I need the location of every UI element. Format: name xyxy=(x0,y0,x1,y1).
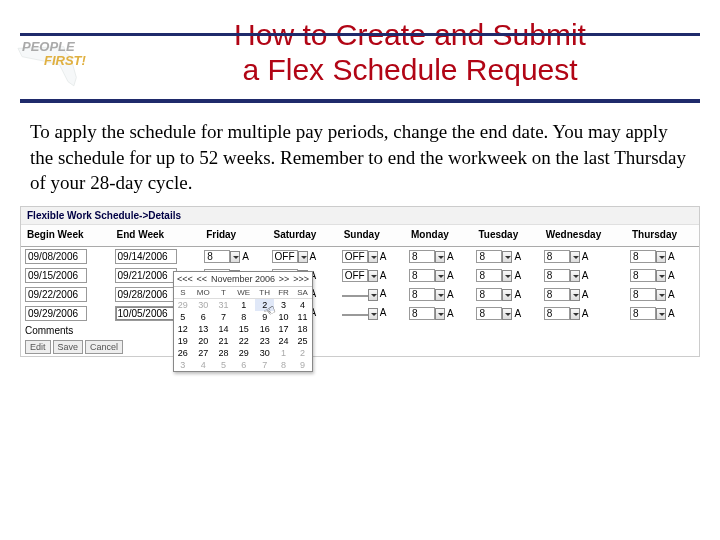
calendar-day[interactable]: 25 xyxy=(293,335,312,347)
calendar-day[interactable]: 30 xyxy=(192,298,215,311)
calendar-day[interactable]: 4 xyxy=(293,298,312,311)
calendar-day[interactable]: 23 xyxy=(255,335,274,347)
hours-select[interactable]: 8 xyxy=(544,307,570,320)
begin-week-field[interactable]: 09/22/2006 xyxy=(25,287,87,302)
dropdown-icon[interactable] xyxy=(502,270,512,282)
dropdown-icon[interactable] xyxy=(298,251,308,263)
calendar-day[interactable]: 5 xyxy=(215,359,233,371)
dropdown-icon[interactable] xyxy=(502,308,512,320)
calendar-day[interactable]: 17 xyxy=(274,323,293,335)
calendar-grid[interactable]: SMOTWETHFRSA 293031123456789101112131415… xyxy=(174,287,312,371)
dropdown-icon[interactable] xyxy=(368,308,378,320)
calendar-day[interactable]: 18 xyxy=(293,323,312,335)
hours-select[interactable] xyxy=(342,295,368,297)
dropdown-icon[interactable] xyxy=(435,270,445,282)
calendar-day[interactable]: 3 xyxy=(174,359,192,371)
calendar-day[interactable]: 31 xyxy=(215,298,233,311)
hours-select[interactable]: 8 xyxy=(476,250,502,263)
hours-select[interactable]: 8 xyxy=(409,250,435,263)
dropdown-icon[interactable] xyxy=(368,289,378,301)
dropdown-icon[interactable] xyxy=(368,270,378,282)
hours-select[interactable]: OFF xyxy=(342,269,368,282)
calendar-day[interactable]: 12 xyxy=(174,323,192,335)
hours-select[interactable]: 8 xyxy=(630,307,656,320)
dropdown-icon[interactable] xyxy=(656,308,666,320)
dropdown-icon[interactable] xyxy=(570,251,580,263)
dropdown-icon[interactable] xyxy=(570,308,580,320)
end-week-field[interactable]: 09/28/2006 xyxy=(115,287,177,302)
dropdown-icon[interactable] xyxy=(230,251,240,263)
calendar-day[interactable]: 6 xyxy=(232,359,255,371)
hours-select[interactable]: OFF xyxy=(342,250,368,263)
calendar-day[interactable]: 7 xyxy=(255,359,274,371)
calendar-day[interactable]: 29 xyxy=(174,298,192,311)
calendar-day[interactable]: 19 xyxy=(174,335,192,347)
dropdown-icon[interactable] xyxy=(368,251,378,263)
dropdown-icon[interactable] xyxy=(570,289,580,301)
hours-select[interactable]: 8 xyxy=(544,250,570,263)
hours-select[interactable]: 8 xyxy=(630,269,656,282)
dropdown-icon[interactable] xyxy=(502,289,512,301)
hours-select[interactable]: 8 xyxy=(476,307,502,320)
calendar-day[interactable]: 7 xyxy=(215,311,233,323)
hours-select[interactable]: OFF xyxy=(272,250,298,263)
end-week-field[interactable]: 09/21/2006 xyxy=(115,268,177,283)
calendar-day[interactable]: 15 xyxy=(232,323,255,335)
hours-select[interactable]: 8 xyxy=(544,288,570,301)
calendar-day[interactable]: 4 xyxy=(192,359,215,371)
calendar-next-year[interactable]: >>> xyxy=(293,274,309,284)
cancel-button[interactable]: Cancel xyxy=(85,340,123,354)
save-button[interactable]: Save xyxy=(53,340,84,354)
calendar-day[interactable]: 16 xyxy=(255,323,274,335)
calendar-day[interactable]: 8 xyxy=(232,311,255,323)
calendar-prev-year[interactable]: <<< xyxy=(177,274,193,284)
dropdown-icon[interactable] xyxy=(656,251,666,263)
calendar-day[interactable]: 2 xyxy=(293,347,312,359)
hours-select[interactable]: 8 xyxy=(204,250,230,263)
dropdown-icon[interactable] xyxy=(570,270,580,282)
calendar-day[interactable]: 28 xyxy=(215,347,233,359)
calendar-next-month[interactable]: >> xyxy=(279,274,290,284)
calendar-day[interactable]: 11 xyxy=(293,311,312,323)
calendar-day[interactable]: 29 xyxy=(232,347,255,359)
hours-select[interactable]: 8 xyxy=(409,269,435,282)
calendar-day[interactable]: 5 xyxy=(174,311,192,323)
calendar-day[interactable]: 20 xyxy=(192,335,215,347)
calendar-day[interactable]: 8 xyxy=(274,359,293,371)
calendar-day[interactable]: 27 xyxy=(192,347,215,359)
dropdown-icon[interactable] xyxy=(435,308,445,320)
dropdown-icon[interactable] xyxy=(656,270,666,282)
end-week-field[interactable]: 10/05/2006 xyxy=(115,306,177,321)
calendar-day[interactable]: 1 xyxy=(232,298,255,311)
hours-select[interactable]: 8 xyxy=(409,288,435,301)
begin-week-field[interactable]: 09/08/2006 xyxy=(25,249,87,264)
end-week-field[interactable]: 09/14/2006 xyxy=(115,249,177,264)
dropdown-icon[interactable] xyxy=(502,251,512,263)
calendar-day[interactable]: 14 xyxy=(215,323,233,335)
begin-week-field[interactable]: 09/29/2006 xyxy=(25,306,87,321)
hours-select[interactable]: 8 xyxy=(630,288,656,301)
date-picker-popup[interactable]: <<< << November 2006 >> >>> SMOTWETHFRSA… xyxy=(173,271,313,372)
hours-select[interactable]: 8 xyxy=(476,288,502,301)
edit-button[interactable]: Edit xyxy=(25,340,51,354)
calendar-day[interactable]: 9 xyxy=(293,359,312,371)
dropdown-icon[interactable] xyxy=(435,251,445,263)
calendar-day[interactable]: 26 xyxy=(174,347,192,359)
calendar-day[interactable]: 3 xyxy=(274,298,293,311)
begin-week-field[interactable]: 09/15/2006 xyxy=(25,268,87,283)
hours-select[interactable]: 8 xyxy=(544,269,570,282)
dropdown-icon[interactable] xyxy=(656,289,666,301)
calendar-day[interactable]: 6 xyxy=(192,311,215,323)
hours-select[interactable] xyxy=(342,314,368,316)
dropdown-icon[interactable] xyxy=(435,289,445,301)
calendar-day[interactable]: 30 xyxy=(255,347,274,359)
hours-select[interactable]: 8 xyxy=(476,269,502,282)
calendar-day[interactable]: 13 xyxy=(192,323,215,335)
calendar-day[interactable]: 22 xyxy=(232,335,255,347)
calendar-day[interactable]: 24 xyxy=(274,335,293,347)
hours-select[interactable]: 8 xyxy=(409,307,435,320)
calendar-day[interactable]: 21 xyxy=(215,335,233,347)
calendar-prev-month[interactable]: << xyxy=(197,274,208,284)
calendar-day[interactable]: 1 xyxy=(274,347,293,359)
hours-select[interactable]: 8 xyxy=(630,250,656,263)
